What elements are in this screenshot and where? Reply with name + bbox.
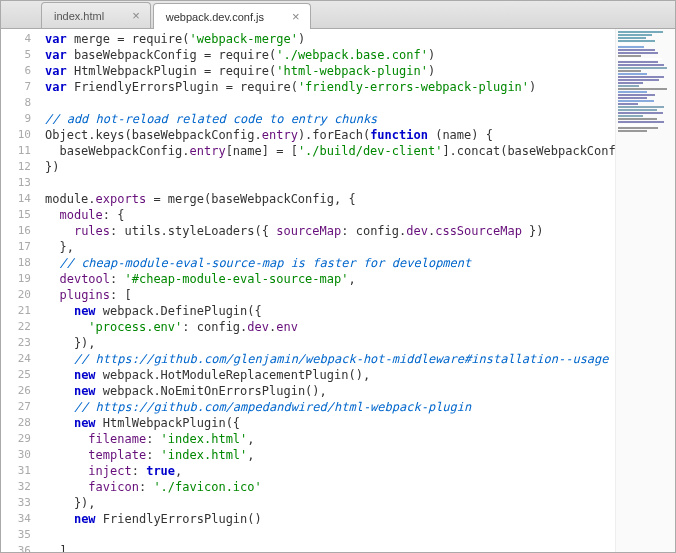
- code-line: inject: true,: [45, 463, 615, 479]
- minimap-line: [618, 130, 647, 132]
- code-line: new HtmlWebpackPlugin({: [45, 415, 615, 431]
- line-number: 8: [1, 95, 31, 111]
- line-number: 12: [1, 159, 31, 175]
- code-line: module: {: [45, 207, 615, 223]
- line-number: 18: [1, 255, 31, 271]
- code-line: }): [45, 159, 615, 175]
- line-number: 28: [1, 415, 31, 431]
- minimap-line: [618, 46, 644, 48]
- code-line: var HtmlWebpackPlugin = require('html-we…: [45, 63, 615, 79]
- code-line: var baseWebpackConfig = require('./webpa…: [45, 47, 615, 63]
- line-number: 35: [1, 527, 31, 543]
- minimap-line: [618, 91, 647, 93]
- minimap-line: [618, 124, 653, 126]
- line-number: 5: [1, 47, 31, 63]
- minimap-line: [618, 43, 642, 45]
- minimap-line: [618, 85, 639, 87]
- minimap-line: [618, 40, 655, 42]
- minimap-line: [618, 79, 659, 81]
- line-number: 11: [1, 143, 31, 159]
- code-line: favicon: './favicon.ico': [45, 479, 615, 495]
- line-number: 10: [1, 127, 31, 143]
- minimap-line: [618, 103, 638, 105]
- editor-window: index.html × webpack.dev.conf.js × 45678…: [0, 0, 676, 553]
- code-line: // cheap-module-eval-source-map is faste…: [45, 255, 615, 271]
- minimap-line: [618, 112, 663, 114]
- line-number: 30: [1, 447, 31, 463]
- code-line: }),: [45, 495, 615, 511]
- minimap-line: [618, 115, 643, 117]
- code-line: devtool: '#cheap-module-eval-source-map'…: [45, 271, 615, 287]
- line-number: 32: [1, 479, 31, 495]
- code-line: },: [45, 239, 615, 255]
- minimap-line: [618, 100, 654, 102]
- minimap-line: [618, 52, 658, 54]
- tab-label: webpack.dev.conf.js: [166, 11, 264, 23]
- minimap-line: [618, 73, 647, 75]
- line-number: 34: [1, 511, 31, 527]
- line-number: 29: [1, 431, 31, 447]
- code-line: template: 'index.html',: [45, 447, 615, 463]
- tab-index-html[interactable]: index.html ×: [41, 2, 151, 28]
- line-number: 33: [1, 495, 31, 511]
- code-line: var FriendlyErrorsPlugin = require('frie…: [45, 79, 615, 95]
- minimap-line: [618, 127, 658, 129]
- code-line: 'process.env': config.dev.env: [45, 319, 615, 335]
- minimap-line: [618, 106, 664, 108]
- minimap-line: [618, 58, 662, 60]
- close-icon[interactable]: ×: [292, 9, 300, 24]
- line-number: 22: [1, 319, 31, 335]
- code-line: filename: 'index.html',: [45, 431, 615, 447]
- line-number: 27: [1, 399, 31, 415]
- code-line: new FriendlyErrorsPlugin(): [45, 511, 615, 527]
- code-line: module.exports = merge(baseWebpackConfig…: [45, 191, 615, 207]
- minimap[interactable]: [615, 29, 675, 552]
- minimap-line: [618, 34, 652, 36]
- minimap-line: [618, 76, 664, 78]
- line-number: 14: [1, 191, 31, 207]
- code-line: ]: [45, 543, 615, 552]
- minimap-line: [618, 49, 655, 51]
- minimap-line: [618, 94, 655, 96]
- minimap-line: [618, 82, 643, 84]
- code-line: new webpack.NoEmitOnErrorsPlugin(),: [45, 383, 615, 399]
- minimap-line: [618, 64, 664, 66]
- line-number: 15: [1, 207, 31, 223]
- minimap-line: [618, 121, 664, 123]
- code-line: [45, 527, 615, 543]
- minimap-line: [618, 70, 641, 72]
- line-number: 24: [1, 351, 31, 367]
- editor-body: 4567891011121314151617181920212223242526…: [1, 29, 675, 552]
- minimap-line: [618, 31, 663, 33]
- code-line: Object.keys(baseWebpackConfig.entry).for…: [45, 127, 615, 143]
- minimap-line: [618, 118, 657, 120]
- code-line: plugins: [: [45, 287, 615, 303]
- code-line: // https://github.com/glenjamin/webpack-…: [45, 351, 615, 367]
- minimap-line: [618, 97, 647, 99]
- line-number: 17: [1, 239, 31, 255]
- minimap-line: [618, 37, 646, 39]
- code-area[interactable]: var merge = require('webpack-merge')var …: [39, 29, 615, 552]
- line-number: 20: [1, 287, 31, 303]
- line-number: 25: [1, 367, 31, 383]
- code-line: [45, 175, 615, 191]
- line-number: 19: [1, 271, 31, 287]
- line-number: 31: [1, 463, 31, 479]
- tab-label: index.html: [54, 10, 104, 22]
- line-number: 21: [1, 303, 31, 319]
- minimap-line: [618, 55, 641, 57]
- close-icon[interactable]: ×: [132, 8, 140, 23]
- tabs-bar: index.html × webpack.dev.conf.js ×: [1, 1, 675, 29]
- line-number: 23: [1, 335, 31, 351]
- line-number: 7: [1, 79, 31, 95]
- code-line: var merge = require('webpack-merge'): [45, 31, 615, 47]
- code-line: baseWebpackConfig.entry[name] = ['./buil…: [45, 143, 615, 159]
- minimap-line: [618, 67, 667, 69]
- tab-webpack-dev-conf[interactable]: webpack.dev.conf.js ×: [153, 3, 311, 29]
- line-number: 26: [1, 383, 31, 399]
- minimap-line: [618, 109, 657, 111]
- line-number: 36: [1, 543, 31, 552]
- line-number: 9: [1, 111, 31, 127]
- minimap-line: [618, 88, 667, 90]
- code-line: rules: utils.styleLoaders({ sourceMap: c…: [45, 223, 615, 239]
